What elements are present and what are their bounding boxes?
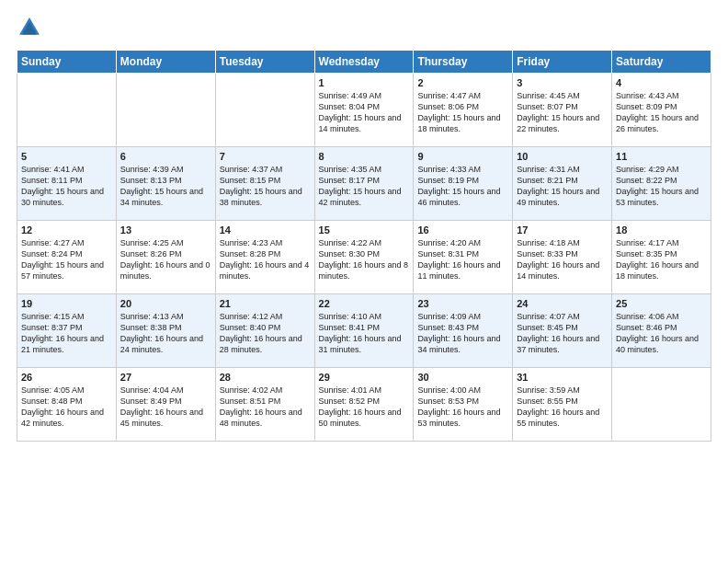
day-number: 17	[517, 224, 608, 236]
week-row-4: 26Sunrise: 4:05 AMSunset: 8:48 PMDayligh…	[17, 368, 711, 442]
cell-info: Sunrise: 4:04 AMSunset: 8:49 PMDaylight:…	[120, 385, 211, 430]
day-number: 16	[417, 224, 508, 236]
day-number: 2	[417, 77, 508, 88]
day-cell: 8Sunrise: 4:35 AMSunset: 8:17 PMDaylight…	[314, 147, 414, 221]
cell-info: Sunrise: 4:31 AMSunset: 8:21 PMDaylight:…	[517, 164, 608, 209]
day-cell: 30Sunrise: 4:00 AMSunset: 8:53 PMDayligh…	[414, 368, 513, 442]
day-cell: 7Sunrise: 4:37 AMSunset: 8:15 PMDaylight…	[215, 147, 314, 221]
day-cell	[215, 74, 314, 147]
day-cell: 4Sunrise: 4:43 AMSunset: 8:09 PMDaylight…	[612, 74, 711, 147]
day-cell: 21Sunrise: 4:12 AMSunset: 8:40 PMDayligh…	[215, 294, 314, 368]
calendar-table: SundayMondayTuesdayWednesdayThursdayFrid…	[17, 50, 711, 442]
day-number: 14	[220, 224, 311, 236]
cell-info: Sunrise: 4:22 AMSunset: 8:30 PMDaylight:…	[319, 237, 410, 282]
day-number: 30	[417, 372, 508, 383]
day-cell: 17Sunrise: 4:18 AMSunset: 8:33 PMDayligh…	[513, 221, 612, 294]
day-number: 7	[220, 151, 311, 162]
cell-info: Sunrise: 4:33 AMSunset: 8:19 PMDaylight:…	[417, 164, 508, 209]
day-cell: 18Sunrise: 4:17 AMSunset: 8:35 PMDayligh…	[612, 221, 711, 294]
page: SundayMondayTuesdayWednesdayThursdayFrid…	[0, 0, 728, 451]
day-cell: 12Sunrise: 4:27 AMSunset: 8:24 PMDayligh…	[17, 221, 117, 294]
day-number: 4	[616, 77, 707, 88]
cell-info: Sunrise: 4:25 AMSunset: 8:26 PMDaylight:…	[120, 237, 211, 282]
day-number: 3	[517, 77, 608, 88]
day-cell: 1Sunrise: 4:49 AMSunset: 8:04 PMDaylight…	[314, 74, 414, 147]
day-cell: 5Sunrise: 4:41 AMSunset: 8:11 PMDaylight…	[17, 147, 117, 221]
cell-info: Sunrise: 4:43 AMSunset: 8:09 PMDaylight:…	[616, 90, 707, 135]
day-cell: 25Sunrise: 4:06 AMSunset: 8:46 PMDayligh…	[612, 294, 711, 368]
col-header-sunday: Sunday	[17, 51, 117, 74]
cell-info: Sunrise: 4:15 AMSunset: 8:37 PMDaylight:…	[21, 311, 112, 356]
day-number: 5	[21, 151, 112, 162]
day-cell: 9Sunrise: 4:33 AMSunset: 8:19 PMDaylight…	[414, 147, 513, 221]
cell-info: Sunrise: 4:12 AMSunset: 8:40 PMDaylight:…	[220, 311, 311, 356]
cell-info: Sunrise: 4:41 AMSunset: 8:11 PMDaylight:…	[21, 164, 112, 209]
cell-info: Sunrise: 4:17 AMSunset: 8:35 PMDaylight:…	[616, 237, 707, 282]
cell-info: Sunrise: 4:35 AMSunset: 8:17 PMDaylight:…	[319, 164, 410, 209]
day-number: 19	[21, 298, 112, 309]
cell-info: Sunrise: 4:09 AMSunset: 8:43 PMDaylight:…	[417, 311, 508, 356]
day-number: 25	[616, 298, 707, 309]
day-cell: 11Sunrise: 4:29 AMSunset: 8:22 PMDayligh…	[612, 147, 711, 221]
day-cell: 24Sunrise: 4:07 AMSunset: 8:45 PMDayligh…	[513, 294, 612, 368]
day-cell: 27Sunrise: 4:04 AMSunset: 8:49 PMDayligh…	[116, 368, 215, 442]
week-row-1: 5Sunrise: 4:41 AMSunset: 8:11 PMDaylight…	[17, 147, 711, 221]
cell-info: Sunrise: 4:29 AMSunset: 8:22 PMDaylight:…	[616, 164, 707, 209]
day-cell: 14Sunrise: 4:23 AMSunset: 8:28 PMDayligh…	[215, 221, 314, 294]
week-row-0: 1Sunrise: 4:49 AMSunset: 8:04 PMDaylight…	[17, 74, 711, 147]
day-number: 11	[616, 151, 707, 162]
day-number: 9	[417, 151, 508, 162]
day-cell: 22Sunrise: 4:10 AMSunset: 8:41 PMDayligh…	[314, 294, 414, 368]
header	[17, 15, 711, 40]
col-header-saturday: Saturday	[612, 51, 711, 74]
week-row-2: 12Sunrise: 4:27 AMSunset: 8:24 PMDayligh…	[17, 221, 711, 294]
cell-info: Sunrise: 4:45 AMSunset: 8:07 PMDaylight:…	[517, 90, 608, 135]
logo	[17, 15, 46, 40]
day-number: 26	[21, 372, 112, 383]
col-header-thursday: Thursday	[414, 51, 513, 74]
logo-icon	[17, 15, 42, 40]
day-number: 28	[220, 372, 311, 383]
day-number: 12	[21, 224, 112, 236]
day-cell: 3Sunrise: 4:45 AMSunset: 8:07 PMDaylight…	[513, 74, 612, 147]
day-cell	[612, 368, 711, 442]
day-cell: 28Sunrise: 4:02 AMSunset: 8:51 PMDayligh…	[215, 368, 314, 442]
day-number: 6	[120, 151, 211, 162]
day-number: 8	[319, 151, 410, 162]
day-number: 31	[517, 372, 608, 383]
day-number: 23	[417, 298, 508, 309]
cell-info: Sunrise: 4:49 AMSunset: 8:04 PMDaylight:…	[319, 90, 410, 135]
day-number: 24	[517, 298, 608, 309]
cell-info: Sunrise: 4:27 AMSunset: 8:24 PMDaylight:…	[21, 237, 112, 282]
day-cell: 15Sunrise: 4:22 AMSunset: 8:30 PMDayligh…	[314, 221, 414, 294]
day-cell: 10Sunrise: 4:31 AMSunset: 8:21 PMDayligh…	[513, 147, 612, 221]
day-cell: 23Sunrise: 4:09 AMSunset: 8:43 PMDayligh…	[414, 294, 513, 368]
day-cell: 2Sunrise: 4:47 AMSunset: 8:06 PMDaylight…	[414, 74, 513, 147]
cell-info: Sunrise: 4:37 AMSunset: 8:15 PMDaylight:…	[220, 164, 311, 209]
day-number: 15	[319, 224, 410, 236]
day-cell: 20Sunrise: 4:13 AMSunset: 8:38 PMDayligh…	[116, 294, 215, 368]
day-cell: 13Sunrise: 4:25 AMSunset: 8:26 PMDayligh…	[116, 221, 215, 294]
cell-info: Sunrise: 4:02 AMSunset: 8:51 PMDaylight:…	[220, 385, 311, 430]
cell-info: Sunrise: 4:10 AMSunset: 8:41 PMDaylight:…	[319, 311, 410, 356]
cell-info: Sunrise: 4:23 AMSunset: 8:28 PMDaylight:…	[220, 237, 311, 282]
day-number: 21	[220, 298, 311, 309]
day-cell: 19Sunrise: 4:15 AMSunset: 8:37 PMDayligh…	[17, 294, 117, 368]
col-header-monday: Monday	[116, 51, 215, 74]
day-number: 18	[616, 224, 707, 236]
day-number: 22	[319, 298, 410, 309]
day-number: 20	[120, 298, 211, 309]
cell-info: Sunrise: 4:05 AMSunset: 8:48 PMDaylight:…	[21, 385, 112, 430]
cell-info: Sunrise: 4:20 AMSunset: 8:31 PMDaylight:…	[417, 237, 508, 282]
day-number: 27	[120, 372, 211, 383]
cell-info: Sunrise: 4:06 AMSunset: 8:46 PMDaylight:…	[616, 311, 707, 356]
week-row-3: 19Sunrise: 4:15 AMSunset: 8:37 PMDayligh…	[17, 294, 711, 368]
col-header-tuesday: Tuesday	[215, 51, 314, 74]
day-cell: 16Sunrise: 4:20 AMSunset: 8:31 PMDayligh…	[414, 221, 513, 294]
day-cell: 29Sunrise: 4:01 AMSunset: 8:52 PMDayligh…	[314, 368, 414, 442]
header-row: SundayMondayTuesdayWednesdayThursdayFrid…	[17, 51, 711, 74]
cell-info: Sunrise: 3:59 AMSunset: 8:55 PMDaylight:…	[517, 385, 608, 430]
cell-info: Sunrise: 4:07 AMSunset: 8:45 PMDaylight:…	[517, 311, 608, 356]
day-number: 1	[319, 77, 410, 88]
day-cell: 26Sunrise: 4:05 AMSunset: 8:48 PMDayligh…	[17, 368, 117, 442]
